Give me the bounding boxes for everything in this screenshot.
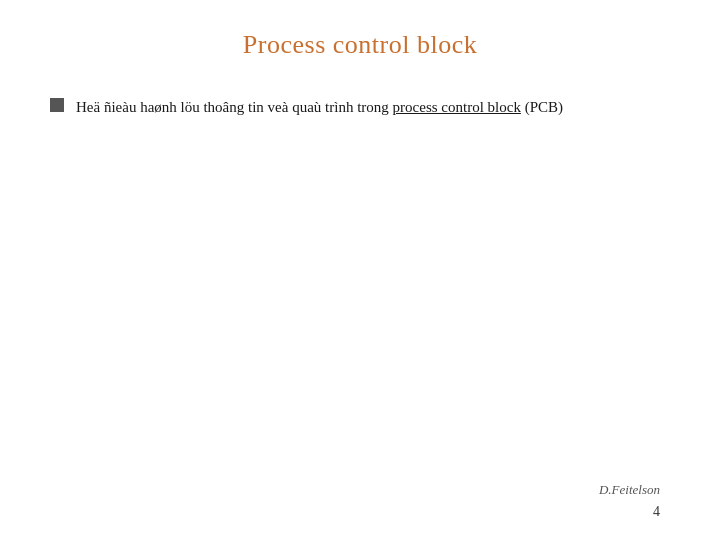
footer-page-number: 4 (653, 504, 660, 520)
slide-title: Process control block (50, 30, 670, 60)
bullet-text-1: Heä ñieàu haønh löu thoâng tin veà quaù … (76, 95, 563, 119)
bullet-item-1: Heä ñieàu haønh löu thoâng tin veà quaù … (50, 95, 670, 119)
content-area: Heä ñieàu haønh löu thoâng tin veà quaù … (50, 95, 670, 119)
bullet-square-icon (50, 98, 64, 112)
slide-container: Process control block Heä ñieàu haønh lö… (0, 0, 720, 540)
highlight-text: process control block (393, 99, 521, 115)
footer-author: D.Feitelson (599, 482, 660, 498)
